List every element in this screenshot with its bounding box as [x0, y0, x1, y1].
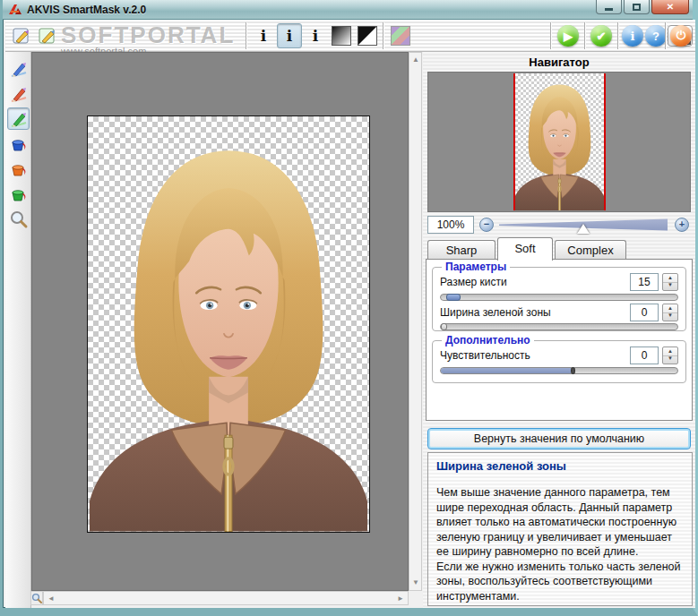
zoom-out-button[interactable]: −: [479, 218, 494, 232]
info-circle-icon: i: [622, 25, 643, 47]
navigator-preview[interactable]: [427, 72, 691, 212]
minimize-button[interactable]: [596, 0, 622, 14]
tab-complex[interactable]: Complex: [555, 240, 626, 260]
tab-soft[interactable]: Soft: [497, 237, 553, 261]
diagonal-split-icon: [358, 26, 377, 46]
zoom-tool[interactable]: [7, 208, 30, 230]
toolbar-separator: [246, 22, 246, 49]
green-zone-slider[interactable]: [440, 323, 678, 330]
vertical-scrollbar[interactable]: ▲ ▼: [409, 52, 422, 591]
navigator-portrait: [515, 73, 604, 210]
tab-sharp[interactable]: Sharp: [427, 240, 495, 260]
green-zone-value[interactable]: 0: [630, 304, 659, 321]
image-canvas[interactable]: [31, 52, 409, 591]
green-fill-tool[interactable]: [7, 183, 30, 205]
apply-button[interactable]: ✔: [589, 23, 614, 48]
view-colored-zones-button[interactable]: [388, 23, 413, 48]
app-window: AKVIS SmartMask v.2.0 ✕ SOFTPORTAL www.s…: [0, 0, 698, 616]
portrait-image: [88, 116, 369, 532]
sensitivity-row: Чувствительность 0 ▲ ▼: [440, 346, 678, 364]
view-grayscale-mask-button[interactable]: [329, 23, 354, 48]
maximize-button[interactable]: [624, 0, 650, 14]
blue-bucket-icon: [9, 134, 29, 154]
green-zone-row: Ширина зеленой зоны 0 ▲ ▼: [440, 304, 678, 321]
toolbar-separator: [617, 22, 618, 49]
grayscale-gradient-icon: [332, 26, 351, 46]
zoom-slider[interactable]: [499, 218, 668, 231]
title-bar[interactable]: AKVIS SmartMask v.2.0 ✕: [3, 0, 693, 20]
help-title: Ширина зеленой зоны: [436, 459, 684, 473]
sensitivity-label: Чувствительность: [440, 349, 530, 362]
zoom-value-field[interactable]: 100%: [427, 216, 474, 234]
orange-bucket-icon: [9, 159, 29, 179]
zoom-controls: 100% − +: [427, 216, 691, 235]
tools-sidebar: [5, 52, 31, 608]
fit-to-window-button[interactable]: [30, 591, 43, 605]
horizontal-scrollbar[interactable]: ◄ ►: [43, 591, 409, 605]
magnifier-icon: [9, 210, 29, 229]
additional-group-title: Дополнительно: [442, 334, 534, 346]
run-button[interactable]: ▶: [556, 23, 581, 48]
close-icon: ✕: [667, 3, 674, 12]
toolbar-separator: [584, 22, 585, 49]
brush-size-slider[interactable]: [440, 294, 678, 301]
pencil-save-icon: [37, 25, 58, 47]
additional-group: Дополнительно Чувствительность 0 ▲ ▼: [432, 340, 686, 383]
navigator-thumbnail[interactable]: [513, 73, 606, 210]
spin-down-icon[interactable]: ▼: [663, 281, 677, 290]
exit-button[interactable]: ⏻: [668, 23, 694, 48]
sensitivity-slider-fill: [441, 368, 571, 373]
sensitivity-spinner: ▲ ▼: [662, 346, 678, 364]
sensitivity-slider-thumb[interactable]: [571, 367, 575, 374]
blue-fill-tool[interactable]: [7, 133, 30, 155]
parameters-group: Параметры Размер кисти 15 ▲ ▼ Ширина зел…: [432, 267, 686, 331]
spin-down-icon[interactable]: ▼: [663, 312, 677, 321]
blue-pencil-tool[interactable]: [7, 57, 30, 80]
view-source-button[interactable]: i: [303, 23, 328, 48]
blue-pencil-icon: [9, 59, 29, 79]
restore-defaults-button[interactable]: Вернуть значения по умолчанию: [427, 428, 691, 449]
brush-size-slider-thumb[interactable]: [446, 294, 461, 301]
toolbar-separator: [550, 22, 551, 49]
pencil-document-icon: [11, 25, 32, 47]
view-on-transparent-button[interactable]: i: [277, 23, 302, 48]
settings-panel: Навигатор 100% − + Sharp: [423, 52, 695, 608]
watermark-text: SOFTPORTAL: [61, 21, 235, 49]
toolbar-separator: [383, 22, 383, 49]
orange-fill-tool[interactable]: [7, 158, 30, 180]
akvis-logo-icon: [8, 4, 22, 16]
sensitivity-value[interactable]: 0: [630, 346, 659, 364]
small-magnifier-icon: [31, 593, 42, 603]
close-button[interactable]: ✕: [651, 0, 689, 14]
spin-down-icon[interactable]: ▼: [663, 355, 677, 364]
zoom-in-button[interactable]: +: [675, 218, 689, 232]
scroll-up-icon[interactable]: ▲: [412, 56, 419, 64]
open-image-button[interactable]: [9, 23, 34, 48]
info-button[interactable]: i: [620, 23, 645, 48]
green-pencil-tool[interactable]: [7, 107, 30, 130]
maximize-icon: [633, 4, 641, 11]
minimize-icon: [605, 8, 613, 11]
scroll-right-icon[interactable]: ►: [397, 595, 404, 603]
edited-photo[interactable]: [87, 116, 370, 533]
info-glyph: i: [313, 29, 318, 44]
power-icon: ⏻: [670, 25, 692, 47]
red-pencil-tool[interactable]: [7, 82, 30, 105]
brush-size-spinner: ▲ ▼: [662, 273, 678, 291]
scroll-down-icon[interactable]: ▼: [412, 579, 419, 586]
sensitivity-slider[interactable]: [440, 367, 678, 374]
scroll-left-icon[interactable]: ◄: [47, 595, 55, 603]
view-original-button[interactable]: i: [251, 23, 276, 48]
question-icon: ?: [645, 25, 667, 47]
window-title: AKVIS SmartMask v.2.0: [27, 4, 146, 16]
navigator-title: Навигатор: [423, 56, 695, 69]
save-image-button[interactable]: [35, 23, 60, 48]
colored-zones-icon: [391, 26, 410, 46]
toolbar-separator: [665, 22, 666, 49]
mode-tabs: Sharp Soft Complex: [427, 237, 691, 260]
green-zone-slider-thumb[interactable]: [441, 323, 447, 330]
zoom-slider-thumb[interactable]: [577, 224, 590, 234]
soft-tab-panel: Параметры Размер кисти 15 ▲ ▼ Ширина зел…: [426, 259, 693, 421]
view-split-button[interactable]: [355, 23, 380, 48]
brush-size-value[interactable]: 15: [630, 273, 659, 291]
